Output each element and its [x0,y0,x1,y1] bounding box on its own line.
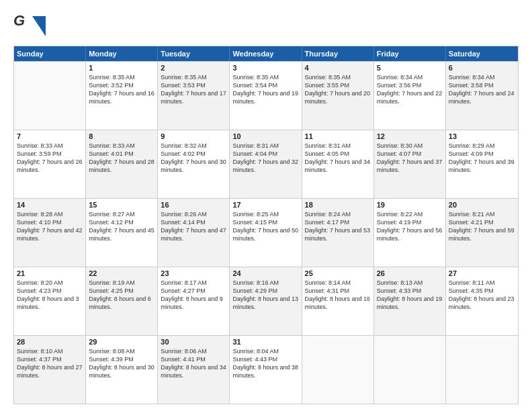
day-number: 29 [89,338,154,346]
sunset-text: Sunset: 3:56 PM [377,81,443,89]
week-row-4: 21Sunrise: 8:20 AMSunset: 4:23 PMDayligh… [14,267,518,335]
sunrise-text: Sunrise: 8:35 AM [232,73,298,81]
sunrise-text: Sunrise: 8:21 AM [449,210,515,218]
cal-cell: 13Sunrise: 8:29 AMSunset: 4:09 PMDayligh… [446,130,518,198]
sunset-text: Sunset: 4:02 PM [161,150,226,158]
logo-icon: G [13,11,46,39]
sunrise-text: Sunrise: 8:34 AM [377,73,443,81]
daylight-text: Daylight: 8 hours and 34 minutes. [161,363,226,379]
calendar-body: 1Sunrise: 8:35 AMSunset: 3:52 PMDaylight… [14,61,518,404]
day-header-sunday: Sunday [14,46,86,61]
daylight-text: Daylight: 7 hours and 19 minutes. [232,89,298,105]
sunrise-text: Sunrise: 8:13 AM [377,279,443,287]
daylight-text: Daylight: 7 hours and 28 minutes. [89,158,154,174]
cal-cell: 19Sunrise: 8:22 AMSunset: 4:19 PMDayligh… [374,199,446,267]
sunrise-text: Sunrise: 8:14 AM [305,279,371,287]
sunrise-text: Sunrise: 8:31 AM [305,142,371,150]
calendar: SundayMondayTuesdayWednesdayThursdayFrid… [13,46,519,404]
sunset-text: Sunset: 3:54 PM [232,81,298,89]
sunrise-text: Sunrise: 8:31 AM [232,142,298,150]
sunrise-text: Sunrise: 8:08 AM [89,347,154,355]
cal-cell [446,336,518,404]
sunset-text: Sunset: 3:58 PM [449,81,515,89]
daylight-text: Daylight: 7 hours and 50 minutes. [232,226,298,242]
day-number: 4 [305,64,371,72]
day-number: 25 [305,269,371,277]
day-number: 17 [232,201,298,209]
day-number: 15 [89,201,154,209]
cal-cell: 29Sunrise: 8:08 AMSunset: 4:39 PMDayligh… [86,336,158,404]
day-number: 24 [232,269,298,277]
cal-cell: 28Sunrise: 8:10 AMSunset: 4:37 PMDayligh… [14,336,86,404]
day-number: 19 [377,201,443,209]
cal-cell: 16Sunrise: 8:26 AMSunset: 4:14 PMDayligh… [158,199,230,267]
daylight-text: Daylight: 7 hours and 59 minutes. [449,226,515,242]
day-number: 1 [89,64,154,72]
sunrise-text: Sunrise: 8:11 AM [449,279,515,287]
cal-cell: 12Sunrise: 8:30 AMSunset: 4:07 PMDayligh… [374,130,446,198]
day-number: 6 [449,64,515,72]
sunset-text: Sunset: 3:55 PM [305,81,371,89]
sunset-text: Sunset: 4:15 PM [232,218,298,226]
sunset-text: Sunset: 4:41 PM [161,355,226,363]
day-header-tuesday: Tuesday [158,46,230,61]
week-row-3: 14Sunrise: 8:28 AMSunset: 4:10 PMDayligh… [14,198,518,267]
day-header-friday: Friday [374,46,446,61]
daylight-text: Daylight: 7 hours and 22 minutes. [377,89,443,105]
daylight-text: Daylight: 8 hours and 23 minutes. [449,295,515,311]
cal-cell: 23Sunrise: 8:17 AMSunset: 4:27 PMDayligh… [158,267,230,335]
daylight-text: Daylight: 7 hours and 42 minutes. [17,226,83,242]
sunrise-text: Sunrise: 8:24 AM [305,210,371,218]
sunrise-text: Sunrise: 8:34 AM [449,73,515,81]
cal-cell: 31Sunrise: 8:04 AMSunset: 4:43 PMDayligh… [230,336,302,404]
sunset-text: Sunset: 4:35 PM [449,287,515,295]
daylight-text: Daylight: 8 hours and 27 minutes. [17,363,83,379]
sunrise-text: Sunrise: 8:22 AM [377,210,443,218]
day-number: 18 [305,201,371,209]
day-number: 20 [449,201,515,209]
sunrise-text: Sunrise: 8:10 AM [17,347,83,355]
svg-text:G: G [13,12,25,29]
sunset-text: Sunset: 4:01 PM [89,150,154,158]
day-number: 12 [377,132,443,140]
sunrise-text: Sunrise: 8:35 AM [161,73,226,81]
cal-cell: 10Sunrise: 8:31 AMSunset: 4:04 PMDayligh… [230,130,302,198]
sunrise-text: Sunrise: 8:33 AM [89,142,154,150]
sunset-text: Sunset: 4:43 PM [232,355,298,363]
week-row-2: 7Sunrise: 8:33 AMSunset: 3:59 PMDaylight… [14,130,518,198]
cal-cell: 4Sunrise: 8:35 AMSunset: 3:55 PMDaylight… [302,62,374,130]
day-number: 23 [161,269,226,277]
cal-cell: 25Sunrise: 8:14 AMSunset: 4:31 PMDayligh… [302,267,374,335]
logo-svg: G [13,11,46,39]
sunset-text: Sunset: 4:29 PM [232,287,298,295]
sunrise-text: Sunrise: 8:32 AM [161,142,226,150]
cal-cell: 22Sunrise: 8:19 AMSunset: 4:25 PMDayligh… [86,267,158,335]
cal-cell: 9Sunrise: 8:32 AMSunset: 4:02 PMDaylight… [158,130,230,198]
sunset-text: Sunset: 4:17 PM [305,218,371,226]
sunset-text: Sunset: 4:12 PM [89,218,154,226]
daylight-text: Daylight: 7 hours and 17 minutes. [161,89,226,105]
sunset-text: Sunset: 4:09 PM [449,150,515,158]
sunset-text: Sunset: 4:04 PM [232,150,298,158]
day-header-thursday: Thursday [302,46,374,61]
daylight-text: Daylight: 8 hours and 38 minutes. [232,363,298,379]
cal-cell: 6Sunrise: 8:34 AMSunset: 3:58 PMDaylight… [446,62,518,130]
day-number: 31 [232,338,298,346]
daylight-text: Daylight: 7 hours and 56 minutes. [377,226,443,242]
daylight-text: Daylight: 7 hours and 24 minutes. [449,89,515,105]
daylight-text: Daylight: 7 hours and 45 minutes. [89,226,154,242]
cal-cell [302,336,374,404]
sunrise-text: Sunrise: 8:27 AM [89,210,154,218]
cal-cell: 21Sunrise: 8:20 AMSunset: 4:23 PMDayligh… [14,267,86,335]
day-number: 16 [161,201,226,209]
cal-cell [374,336,446,404]
sunset-text: Sunset: 4:37 PM [17,355,83,363]
cal-cell: 2Sunrise: 8:35 AMSunset: 3:53 PMDaylight… [158,62,230,130]
sunset-text: Sunset: 4:21 PM [449,218,515,226]
day-number: 9 [161,132,226,140]
sunset-text: Sunset: 4:39 PM [89,355,154,363]
cal-cell: 30Sunrise: 8:06 AMSunset: 4:41 PMDayligh… [158,336,230,404]
sunrise-text: Sunrise: 8:26 AM [161,210,226,218]
day-number: 3 [232,64,298,72]
cal-cell: 17Sunrise: 8:25 AMSunset: 4:15 PMDayligh… [230,199,302,267]
